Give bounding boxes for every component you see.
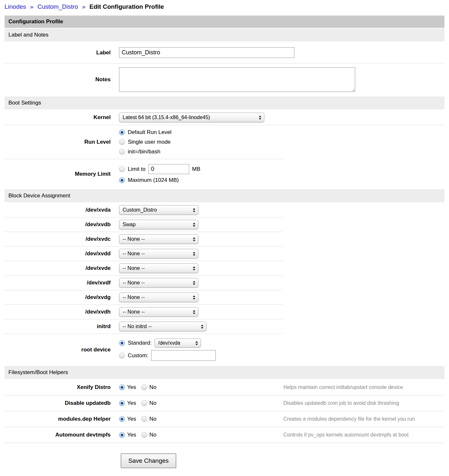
radio-label: No — [149, 416, 157, 422]
breadcrumb-separator: » — [82, 3, 86, 10]
device-label: /dev/xvdb — [85, 221, 111, 228]
device-xvdf-select[interactable]: -- None -- — [119, 278, 198, 288]
device-xvda-select[interactable]: Custom_Distro — [119, 205, 198, 215]
select-arrows-icon — [193, 295, 195, 300]
radio-icon — [119, 400, 125, 406]
device-xvde-select[interactable]: -- None -- — [119, 263, 198, 273]
select-arrows-icon — [193, 281, 195, 285]
radio-label: Yes — [127, 400, 136, 406]
device-label: /dev/xvda — [86, 207, 111, 213]
device-label: /dev/xvdc — [86, 236, 111, 242]
select-arrows-icon — [193, 252, 195, 256]
radio-label: No — [149, 400, 157, 406]
automount-devtmpfs-no-radio[interactable]: No — [141, 432, 157, 438]
kernel-select[interactable]: Latest 64 bit (3.15.4-x86_64-linode45) — [119, 113, 264, 122]
root-device-select-value: /dev/xvda — [158, 340, 180, 346]
radio-label: Yes — [127, 432, 136, 438]
radio-icon — [119, 353, 125, 359]
page-title: Edit Configuration Profile — [90, 3, 164, 10]
run-level-field-label: Run Level — [84, 139, 111, 145]
memory-limit-input[interactable] — [148, 164, 189, 174]
device-select-value: -- None -- — [123, 280, 145, 286]
select-arrows-icon — [193, 223, 195, 227]
save-changes-button[interactable]: Save Changes — [121, 453, 176, 468]
device-row-xvdd: /dev/xvdd -- None -- — [5, 247, 444, 261]
memory-maximum-radio[interactable]: Maximum (1024 MB) — [119, 177, 179, 183]
radio-icon — [119, 166, 125, 172]
radio-label: Limit to — [128, 166, 146, 172]
xenify-distro-yes-radio[interactable]: Yes — [119, 384, 136, 391]
select-arrows-icon — [193, 310, 195, 314]
radio-icon — [141, 416, 147, 422]
notes-row: Notes — [5, 63, 444, 96]
radio-icon — [119, 416, 125, 422]
helper-label: Automount devtmpfs — [55, 432, 111, 438]
radio-icon — [119, 139, 125, 145]
memory-limit-field-label: Memory Limit — [75, 171, 111, 177]
memory-limit-row: Memory Limit Limit to MB Maximum (1024 M… — [5, 159, 444, 189]
device-row-xvda: /dev/xvda Custom_Distro — [5, 203, 444, 217]
modules-dep-yes-radio[interactable]: Yes — [119, 416, 136, 422]
radio-icon — [119, 177, 125, 183]
kernel-field-label: Kernel — [93, 114, 111, 121]
device-label: /dev/xvdg — [85, 294, 111, 301]
select-arrows-icon — [193, 237, 195, 241]
disable-updatedb-yes-radio[interactable]: Yes — [119, 400, 136, 406]
section-heading-label-and-notes: Label and Notes — [5, 28, 444, 42]
device-xvdc-select[interactable]: -- None -- — [119, 234, 198, 244]
root-device-standard-radio[interactable]: Standard: — [119, 340, 152, 346]
kernel-select-value: Latest 64 bit (3.15.4-x86_64-linode45) — [123, 115, 210, 120]
initrd-select[interactable]: -- No initrd -- — [119, 322, 206, 331]
initrd-row: initrd -- No initrd -- — [5, 319, 444, 334]
radio-label: No — [149, 432, 157, 438]
device-select-value: -- None -- — [123, 294, 145, 300]
panel-header: Configuration Profile — [5, 16, 444, 28]
breadcrumb-link-linodes[interactable]: Linodes — [5, 3, 26, 10]
device-xvdb-select[interactable]: Swap — [119, 220, 198, 229]
helper-row-modules-dep: modules.dep Helper Yes No Creates a modu… — [5, 411, 444, 427]
run-level-option-init-bash-radio[interactable]: init=/bin/bash — [119, 149, 160, 155]
root-device-custom-input[interactable] — [151, 350, 216, 361]
run-level-option-single-user-radio[interactable]: Single user mode — [119, 139, 170, 145]
helper-row-xenify-distro: Xenify Distro Yes No Helps maintain corr… — [5, 380, 444, 395]
root-device-standard-select[interactable]: /dev/xvda — [155, 338, 201, 348]
xenify-distro-no-radio[interactable]: No — [141, 384, 157, 391]
device-xvdg-select[interactable]: -- None -- — [119, 293, 198, 302]
device-xvdh-select[interactable]: -- None -- — [119, 307, 198, 317]
radio-label: Maximum (1024 MB) — [128, 177, 179, 183]
breadcrumb: Linodes » Custom_Distro » Edit Configura… — [0, 0, 449, 16]
device-select-value: Swap — [123, 222, 136, 227]
radio-icon — [119, 432, 125, 438]
radio-label: Custom: — [128, 352, 148, 359]
memory-limit-unit: MB — [192, 166, 201, 172]
helper-help-text: Controls if pv_ops kernels automount dev… — [283, 432, 409, 438]
radio-icon — [141, 400, 147, 406]
helper-label: modules.dep Helper — [58, 416, 111, 422]
helper-label: Xenify Distro — [77, 384, 111, 391]
helper-label: Disable updatedb — [65, 400, 111, 406]
radio-label: Single user mode — [128, 139, 170, 145]
automount-devtmpfs-yes-radio[interactable]: Yes — [119, 432, 136, 438]
radio-icon — [119, 384, 125, 390]
device-select-value: -- None -- — [123, 251, 145, 257]
device-xvdd-select[interactable]: -- None -- — [119, 249, 198, 259]
root-device-custom-radio[interactable]: Custom: — [119, 352, 148, 359]
memory-limit-to-radio[interactable]: Limit to — [119, 166, 146, 172]
modules-dep-no-radio[interactable]: No — [141, 416, 157, 422]
run-level-row: Run Level Default Run Level Single user … — [5, 125, 444, 159]
select-arrows-icon — [193, 208, 195, 212]
run-level-option-default-radio[interactable]: Default Run Level — [119, 129, 171, 136]
kernel-row: Kernel Latest 64 bit (3.15.4-x86_64-lino… — [5, 110, 444, 125]
radio-label: init=/bin/bash — [128, 149, 160, 155]
initrd-select-value: -- No initrd -- — [123, 324, 152, 329]
select-arrows-icon — [193, 266, 195, 271]
device-label: /dev/xvdf — [87, 280, 111, 286]
section-heading-boot-settings: Boot Settings — [5, 96, 444, 110]
device-select-value: -- None -- — [123, 236, 145, 242]
breadcrumb-link-custom-distro[interactable]: Custom_Distro — [38, 3, 78, 10]
disable-updatedb-no-radio[interactable]: No — [141, 400, 157, 406]
device-row-xvdf: /dev/xvdf -- None -- — [5, 276, 444, 290]
configuration-profile-panel: Configuration Profile Label and Notes La… — [5, 16, 444, 443]
select-arrows-icon — [201, 325, 203, 329]
label-input[interactable] — [119, 47, 294, 58]
